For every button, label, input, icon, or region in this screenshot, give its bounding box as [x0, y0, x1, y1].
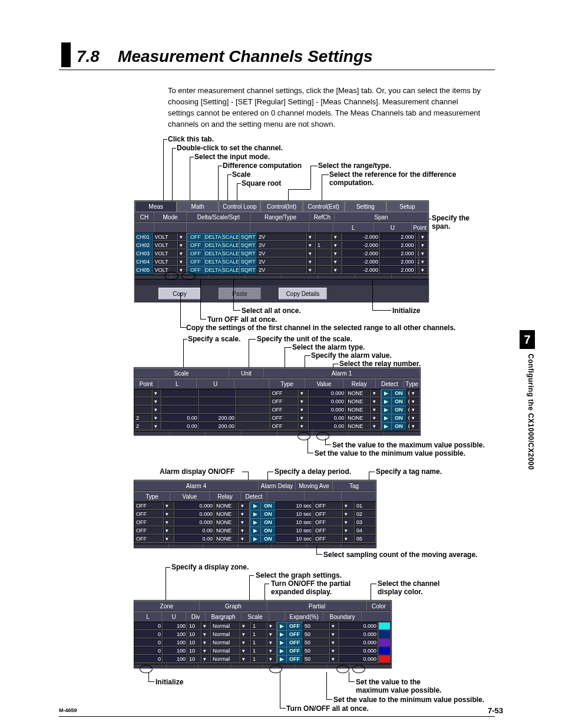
- paste-button[interactable]: Paste: [219, 288, 261, 299]
- callout-set-min2: Set the value to the minimum value possi…: [333, 696, 484, 704]
- table-row[interactable]: OFF▾0.000NONE▾▶ON10 secOFF▾02: [134, 510, 376, 518]
- chapter-badge: 7: [520, 330, 535, 349]
- callout-specify-unit: Specify the unit of the scale.: [257, 335, 352, 343]
- callout-scale: Scale: [232, 170, 250, 179]
- table-row[interactable]: CH01VOLT▾OFFDELTASCALESQRT2V▾▾-2.0002.00…: [135, 233, 428, 241]
- callout-specify-span: Specify the span.: [432, 214, 485, 230]
- tab-math[interactable]: Math: [177, 201, 219, 212]
- table-row[interactable]: ▾OFF▾0.000NONE▾▶ONOFF▾: [134, 397, 420, 406]
- callout-channel-color: Select the channel display color.: [378, 579, 454, 596]
- section-number: 7.8: [77, 47, 100, 65]
- chapter-label: Configuring the CX1000/CX2000: [527, 354, 535, 470]
- tab-control-ext-[interactable]: Control(Ext): [303, 201, 345, 212]
- callout-initialize2: Initialize: [156, 678, 183, 686]
- table-row[interactable]: 010010▾Normal▾1▾▶OFF50▾0.000: [134, 655, 391, 663]
- table-row[interactable]: 010010▾Normal▾1▾▶OFF50▾0.000: [134, 647, 391, 655]
- callout-partial-onoff: Turn ON/OFF the partial expanded display…: [271, 579, 365, 596]
- callout-specify-scale: Specify a scale.: [188, 335, 240, 343]
- callout-double-click: Double-click to set the channel.: [177, 144, 283, 152]
- callout-sqrt: Square root: [242, 179, 281, 187]
- callout-set-max2: Set the value to the maximum value possi…: [356, 678, 450, 694]
- tab-control-loop[interactable]: Control Loop: [219, 201, 260, 212]
- screenshot-1: MeasMathControl LoopControl(Int)Control(…: [134, 200, 429, 302]
- table-row[interactable]: ▾OFF▾0.000NONE▾▶ONOFF▾: [134, 406, 420, 414]
- callout-display-zone: Specify a display zone.: [171, 563, 249, 571]
- callout-moving-avg: Select sampling count of the moving aver…: [323, 551, 477, 559]
- callout-set-max: Set the value to the maximum value possi…: [332, 441, 485, 449]
- callout-onoff-all: Turn ON/OFF all at once.: [286, 704, 369, 713]
- callout-set-min: Set the value to the minimum value possi…: [315, 449, 465, 457]
- callout-alarm-display: Alarm display ON/OFF: [160, 467, 234, 476]
- table-row[interactable]: 010010▾Normal▾1▾▶OFF50▾0.000: [134, 630, 391, 638]
- table-row[interactable]: CH03VOLT▾OFFDELTASCALESQRT2V▾▾-2.0002.00…: [135, 249, 428, 258]
- tab-setting[interactable]: Setting: [345, 201, 386, 212]
- intro-paragraph: To enter measurement channel settings, c…: [168, 85, 486, 130]
- callout-select-all: Select all at once.: [242, 307, 301, 315]
- table-row[interactable]: CH02VOLT▾OFFDELTASCALESQRT2V▾1▾-2.0002.0…: [135, 241, 428, 249]
- callout-alarm-type: Select the alarm type.: [292, 343, 365, 351]
- screenshot-2: Scale Unit Alarm 1 Point L U Type Value …: [134, 367, 421, 436]
- callout-input-mode: Select the input mode.: [194, 153, 270, 161]
- callout-relay-number: Select the relay number.: [339, 360, 421, 368]
- callout-alarm-value: Specify the alarm value.: [311, 351, 392, 360]
- tab-control-int-[interactable]: Control(Int): [260, 201, 302, 212]
- table-row[interactable]: 010010▾Normal▾1▾▶OFF50▾0.000: [134, 622, 391, 630]
- callout-graph-settings: Select the graph settings.: [256, 571, 342, 579]
- table-row[interactable]: 2▾0.00200.00OFF▾0.00NONE▾▶ONOFF▾: [134, 422, 420, 430]
- tab-meas[interactable]: Meas: [135, 201, 177, 212]
- table-row[interactable]: OFF▾0.000NONE▾▶ON10 secOFF▾01: [134, 502, 376, 510]
- table-row[interactable]: 2▾0.00200.00OFF▾0.00NONE▾▶ONOFF▾: [134, 414, 420, 422]
- callout-range-type: Select the range/type.: [318, 162, 391, 170]
- callout-diff-comp: Difference computation: [223, 162, 302, 170]
- callout-initialize: Initialize: [392, 307, 420, 315]
- table-row[interactable]: OFF▾0.00NONE▾▶ON10 secOFF▾04: [134, 526, 376, 535]
- callout-tag-name: Specify a tag name.: [376, 467, 442, 476]
- table-row[interactable]: ▾OFF▾0.000NONE▾▶ONOFF▾: [134, 389, 420, 397]
- callout-turn-off-all: Turn OFF all at once.: [207, 315, 277, 324]
- footer-page: 7-53: [488, 706, 503, 715]
- copy-details-button[interactable]: Copy Details: [279, 288, 327, 299]
- callout-copy-first: Copy the settings of the first channel i…: [186, 324, 492, 332]
- table-row[interactable]: 010010▾Normal▾1▾▶OFF50▾0.000: [134, 638, 391, 647]
- table-row[interactable]: CH05VOLT▾OFFDELTASCALESQRT2V▾▾-2.0002.00…: [135, 266, 428, 274]
- table-row[interactable]: CH04VOLT▾OFFDELTASCALESQRT2V▾▾-2.0002.00…: [135, 258, 428, 266]
- table-row[interactable]: OFF▾0.000NONE▾▶ON10 secOFF▾03: [134, 518, 376, 526]
- table-row[interactable]: OFF▾0.00NONE▾▶ON10 secOFF▾05: [134, 535, 376, 543]
- callout-delay-period: Specify a delay period.: [275, 467, 351, 476]
- tab-setup[interactable]: Setup: [386, 201, 428, 212]
- screenshot-3: Alarm 4 Alarm Delay Moving Ave Tag Type …: [134, 480, 376, 548]
- screenshot-4: Zone Graph Partial Color L U Div Bargrap…: [134, 600, 392, 668]
- copy-button[interactable]: Copy: [158, 288, 201, 299]
- footer-doc-id: M-4659: [59, 707, 77, 713]
- section-title: Measurement Channels Settings: [118, 47, 373, 65]
- callout-click-tab: Click this tab.: [168, 135, 214, 143]
- callout-ref-diff: Select the reference for the difference …: [329, 170, 474, 187]
